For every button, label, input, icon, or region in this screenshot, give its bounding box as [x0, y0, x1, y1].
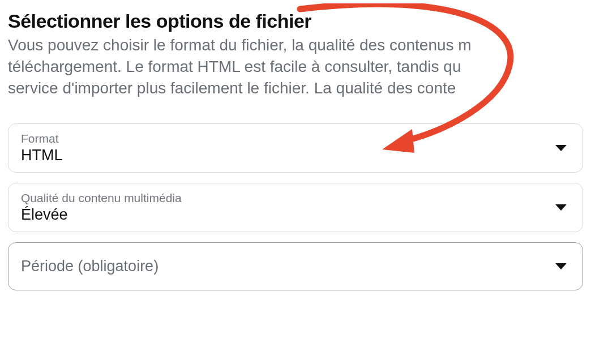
period-select[interactable]: Période (obligatoire) [8, 242, 583, 290]
description-line: service d'importer plus facilement le fi… [8, 79, 456, 97]
format-select[interactable]: Format HTML [8, 123, 583, 173]
period-text: Période (obligatoire) [21, 258, 159, 275]
page-description: Vous pouvez choisir le format du fichier… [8, 35, 583, 99]
period-label: Période (obligatoire) [21, 258, 159, 275]
chevron-down-icon [555, 145, 567, 151]
description-line: téléchargement. Le format HTML est facil… [8, 58, 461, 75]
format-value: HTML [21, 147, 63, 164]
page-title: Sélectionner les options de fichier [8, 10, 583, 32]
quality-text: Qualité du contenu multimédia Élevée [21, 191, 182, 224]
chevron-down-icon [555, 204, 567, 211]
format-label: Format [21, 132, 63, 145]
quality-value: Élevée [21, 206, 182, 224]
quality-select[interactable]: Qualité du contenu multimédia Élevée [8, 183, 583, 232]
description-line: Vous pouvez choisir le format du fichier… [8, 36, 472, 54]
format-text: Format HTML [21, 132, 63, 164]
chevron-down-icon [555, 263, 567, 269]
quality-label: Qualité du contenu multimédia [21, 191, 182, 205]
